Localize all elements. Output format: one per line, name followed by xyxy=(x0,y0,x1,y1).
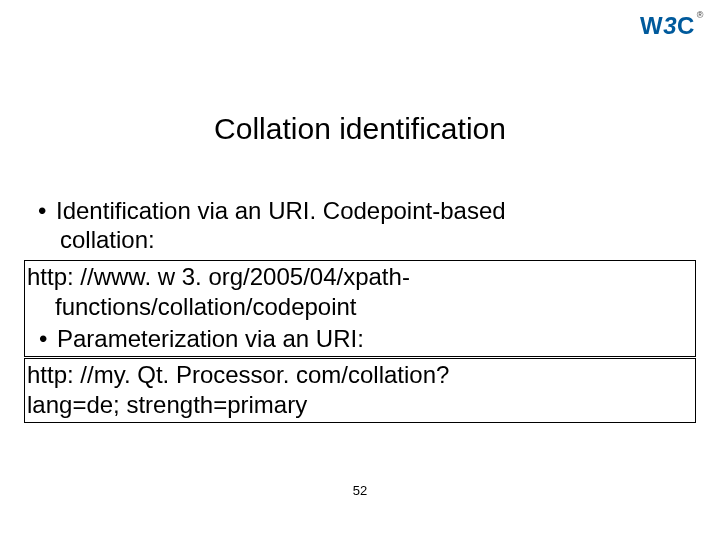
bullet-1: •Identification via an URI. Codepoint-ba… xyxy=(38,196,678,226)
bullet-1-text-line2: collation: xyxy=(60,226,155,254)
uri-box-2: http: //my. Qt. Processor. com/collation… xyxy=(24,358,696,423)
uri-box-1-line2: functions/collation/codepoint xyxy=(27,292,693,322)
page-number: 52 xyxy=(0,483,720,498)
bullet-dot: • xyxy=(39,324,57,354)
bullet-dot: • xyxy=(38,196,56,226)
registered-mark: ® xyxy=(697,10,704,20)
bullet-2: •Parameterization via an URI: xyxy=(27,324,693,354)
slide-title: Collation identification xyxy=(0,112,720,146)
uri-box-1-line1: http: //www. w 3. org/2005/04/xpath- xyxy=(27,262,693,292)
uri-box-1: http: //www. w 3. org/2005/04/xpath- fun… xyxy=(24,260,696,357)
uri-box-2-line2: lang=de; strength=primary xyxy=(27,390,693,420)
logo-text: W3C xyxy=(640,12,695,39)
w3c-logo: W3C® xyxy=(640,12,702,40)
bullet-1-text-line1: Identification via an URI. Codepoint-bas… xyxy=(56,197,506,224)
bullet-2-text: Parameterization via an URI: xyxy=(57,325,364,352)
uri-box-2-line1: http: //my. Qt. Processor. com/collation… xyxy=(27,360,693,390)
